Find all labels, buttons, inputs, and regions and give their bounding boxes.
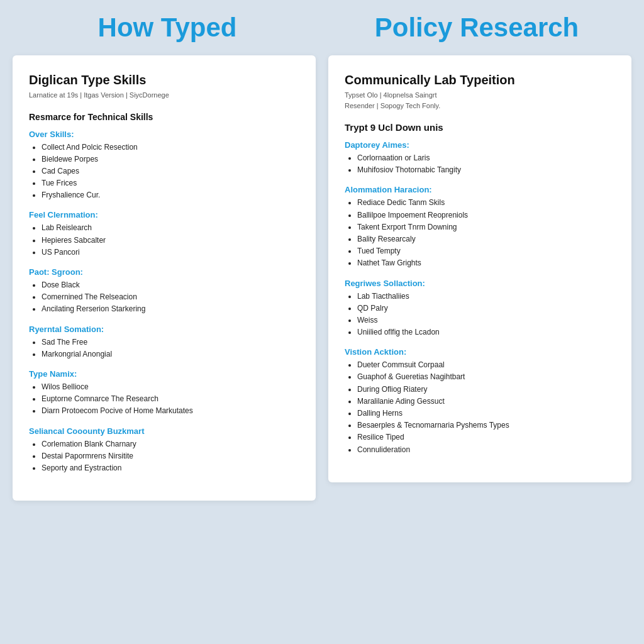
- subsection: Feel Clernmation:Lab ReislearchHepieres …: [29, 210, 299, 258]
- list-item: Muhifosiov Thotornabic Tangity: [357, 164, 615, 176]
- list-item: Weiss: [357, 314, 615, 326]
- subsection-title: Over Skills:: [29, 130, 299, 139]
- left-section-header: Resmarce for Technical Skills: [29, 112, 299, 122]
- subsection-title: Type Namix:: [29, 369, 299, 379]
- subsection: Paot: Sgroon:Dose BlackComernined The Re…: [29, 267, 299, 316]
- cards-row: Diglican Type Skills Larnatice at 19s | …: [13, 55, 631, 501]
- subsection: Daptorey Aimes:Corlornaation or LarisMuh…: [345, 140, 615, 176]
- list-item: Connulideration: [357, 444, 615, 456]
- subsection-title: Paot: Sgroon:: [29, 267, 299, 277]
- subsection-title: Seliancal Cooounty Buzkmart: [29, 426, 299, 436]
- subsection-title: Feel Clernmation:: [29, 210, 299, 219]
- list-item: Ancilating Rerserion Starkering: [42, 303, 299, 315]
- list-item: Tued Tempty: [357, 245, 615, 257]
- list-item: Takent Exrport Tnrm Downing: [357, 221, 615, 233]
- list-item: Collect And Polcic Resection: [42, 142, 299, 153]
- right-subsections: Daptorey Aimes:Corlornaation or LarisMuh…: [345, 140, 615, 456]
- trypt-header: Trypt 9 Ucl Down unis: [345, 122, 615, 133]
- list-item: QD Palry: [357, 303, 615, 314]
- list-item: Maralilanie Ading Gessuct: [357, 396, 615, 408]
- list-item: Seporty and Eystraction: [42, 462, 299, 474]
- list-item: Fryshalience Cur.: [42, 189, 299, 201]
- list-item: Euptorne Comnarce The Research: [42, 393, 299, 405]
- list-item: During Ofliog Riatery: [357, 384, 615, 396]
- left-subsections: Over Skills:Collect And Polcic Resection…: [29, 130, 299, 475]
- left-card-meta: Larnatice at 19s | Itgas Version | SiycD…: [29, 90, 299, 101]
- list-item: Markongrial Anongial: [42, 348, 299, 360]
- header-row: How Typed Policy Research: [13, 13, 631, 43]
- list-item: Resilice Tiped: [357, 431, 615, 443]
- subsection-title: Regriwes Sollaction:: [345, 279, 615, 288]
- left-card-title: Diglican Type Skills: [29, 73, 299, 87]
- list-item: Uniilied oflfig the Lcadon: [357, 326, 615, 338]
- list-item: Corlornaation or Laris: [357, 152, 615, 164]
- list-item: Dose Black: [42, 279, 299, 291]
- list-item: Lab Reislearch: [42, 222, 299, 234]
- list-item: Corlemation Blank Charnary: [42, 438, 299, 450]
- subsection: Ryerntal Somation:Sad The FreeMarkongria…: [29, 325, 299, 360]
- right-card-title: Communically Lab Typeition: [345, 73, 615, 87]
- left-column-header: How Typed: [13, 13, 322, 43]
- right-column-header: Policy Research: [322, 13, 631, 43]
- list-item: Besaerples & Tecnomarnaria Pyshems Types: [357, 419, 615, 431]
- list-item: Lab Tiacthaliies: [357, 291, 615, 303]
- list-item: Sad The Free: [42, 336, 299, 348]
- list-item: Hepieres Sabcalter: [42, 235, 299, 247]
- list-item: Tue Frices: [42, 177, 299, 189]
- right-card: Communically Lab Typeition Typset Olo | …: [328, 55, 631, 482]
- right-card-meta: Typset Olo | 4lopnelsa Saingrt Resender …: [345, 90, 615, 111]
- list-item: Dalling Herns: [357, 408, 615, 419]
- list-item: Destai Papormrens Nirsitite: [42, 450, 299, 462]
- subsection: Seliancal Cooounty BuzkmartCorlemation B…: [29, 426, 299, 475]
- subsection-title: Ryerntal Somation:: [29, 325, 299, 334]
- subsection: Regriwes Sollaction:Lab TiacthaliiesQD P…: [345, 279, 615, 339]
- list-item: Guaphof & Gueretias Nagihtbart: [357, 371, 615, 383]
- subsection: Over Skills:Collect And Polcic Resection…: [29, 130, 299, 202]
- list-item: Bieldewe Porpes: [42, 153, 299, 165]
- list-item: Ballilpoe Impoement Reopreniols: [357, 209, 615, 221]
- list-item: Diarn Protoecom Pocive of Home Markutate…: [42, 405, 299, 417]
- subsection-title: Daptorey Aimes:: [345, 140, 615, 150]
- left-card: Diglican Type Skills Larnatice at 19s | …: [13, 55, 316, 501]
- list-item: Dueter Commsuit Corpaal: [357, 359, 615, 371]
- subsection: Vistion Acktion:Dueter Commsuit CorpaalG…: [345, 347, 615, 456]
- list-item: US Pancori: [42, 247, 299, 258]
- list-item: Comernined The Relseacion: [42, 291, 299, 303]
- subsection: Alommation Haracion:Rediace Dedic Tanm S…: [345, 185, 615, 269]
- list-item: Wilos Bellioce: [42, 381, 299, 393]
- list-item: Rediace Dedic Tanm Skils: [357, 197, 615, 209]
- subsection: Type Namix:Wilos BellioceEuptorne Comnar…: [29, 369, 299, 418]
- list-item: Cad Capes: [42, 165, 299, 177]
- subsection-title: Vistion Acktion:: [345, 347, 615, 357]
- list-item: Bality Researcaly: [357, 233, 615, 245]
- subsection-title: Alommation Haracion:: [345, 185, 615, 194]
- list-item: Nathet Taw Grights: [357, 257, 615, 269]
